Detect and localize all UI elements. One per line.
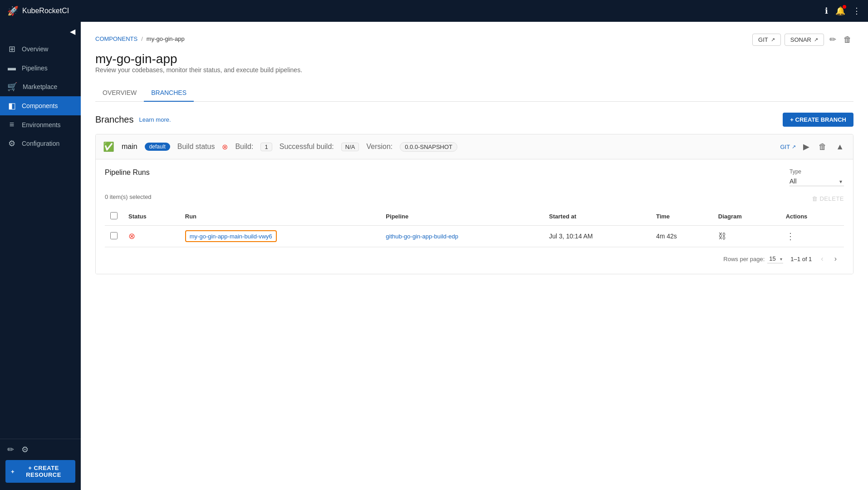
plus-icon: + bbox=[11, 468, 15, 475]
pipeline-runs-header: Pipeline Runs Type All Build Deploy bbox=[105, 168, 844, 186]
rocket-icon: 🚀 bbox=[7, 5, 19, 16]
sidebar-item-label: Environments bbox=[22, 121, 61, 129]
selected-count: 0 item(s) selected bbox=[105, 193, 152, 200]
delete-label: DELETE bbox=[819, 195, 844, 202]
app-body: ◀ ⊞ Overview ▬ Pipelines 🛒 Marketplace ◧… bbox=[0, 22, 868, 490]
learn-more-link[interactable]: Learn more. bbox=[139, 116, 171, 123]
next-page-button[interactable]: › bbox=[833, 253, 839, 265]
page-header-actions: GIT ↗ SONAR ↗ ✏ 🗑 bbox=[752, 33, 853, 46]
breadcrumb-components-link[interactable]: COMPONENTS bbox=[95, 35, 137, 42]
table-body: ⊗ my-go-gin-app-main-build-vwy6 github-g… bbox=[105, 226, 844, 247]
rows-per-page-label: Rows per page: bbox=[723, 256, 765, 262]
table-header: Status Run Pipeline Started at Time Diag… bbox=[105, 208, 844, 226]
sidebar-item-pipelines[interactable]: ▬ Pipelines bbox=[0, 59, 81, 77]
section-title-group: Branches Learn more. bbox=[95, 114, 171, 125]
sidebar-collapse-button[interactable]: ◀ bbox=[70, 27, 75, 36]
toolbar-row: 0 item(s) selected 🗑 DELETE bbox=[105, 193, 844, 204]
row-status-cell: ⊗ bbox=[123, 226, 180, 247]
create-resource-button[interactable]: + + CREATE RESOURCE bbox=[5, 460, 75, 483]
app-title: KubeRocketCI bbox=[22, 7, 69, 15]
type-select[interactable]: All Build Deploy bbox=[790, 177, 844, 186]
delete-component-button[interactable]: 🗑 bbox=[842, 33, 853, 46]
sidebar-item-environments[interactable]: ≡ Environments bbox=[0, 115, 81, 134]
row-pipeline-cell: github-go-gin-app-build-edp bbox=[380, 226, 544, 247]
create-resource-label: + CREATE RESOURCE bbox=[17, 465, 70, 478]
tabs: OVERVIEW BRANCHES bbox=[95, 84, 853, 102]
sidebar-item-configuration[interactable]: ⚙ Configuration bbox=[0, 134, 81, 153]
rows-per-page: Rows per page: 15 25 50 bbox=[723, 254, 783, 263]
info-button[interactable]: ℹ bbox=[825, 6, 828, 16]
time-value: 4m 42s bbox=[656, 233, 677, 240]
more-menu-button[interactable]: ⋮ bbox=[853, 6, 861, 16]
branches-section-header: Branches Learn more. + CREATE BRANCH bbox=[95, 113, 853, 127]
sidebar-item-overview[interactable]: ⊞ Overview bbox=[0, 40, 81, 59]
successful-build-value: N/A bbox=[341, 143, 359, 151]
type-label: Type bbox=[790, 168, 844, 175]
table-row: ⊗ my-go-gin-app-main-build-vwy6 github-g… bbox=[105, 226, 844, 247]
page-title: my-go-gin-app bbox=[95, 52, 853, 66]
breadcrumb: COMPONENTS / my-go-gin-app GIT ↗ SONAR ↗… bbox=[95, 31, 853, 46]
top-navigation: 🚀 KubeRocketCI ℹ 🔔 ⋮ bbox=[0, 0, 868, 22]
sidebar-item-components[interactable]: ◧ Components bbox=[0, 96, 81, 115]
git-button[interactable]: GIT ↗ bbox=[752, 34, 781, 46]
branch-card: ✅ main default Build status ⊗ Build: 1 S… bbox=[95, 134, 853, 274]
rows-per-page-select[interactable]: 15 25 50 bbox=[767, 254, 783, 263]
breadcrumb-separator: / bbox=[141, 35, 143, 42]
delete-icon: 🗑 bbox=[812, 195, 818, 202]
successful-build-label: Successful build: bbox=[280, 143, 334, 151]
branch-actions: GIT ↗ ▶ 🗑 ▲ bbox=[780, 140, 846, 153]
row-checkbox-cell bbox=[105, 226, 123, 247]
branch-git-link[interactable]: GIT ↗ bbox=[780, 144, 796, 150]
branch-expand-button[interactable]: ▲ bbox=[834, 140, 846, 153]
pipeline-table: Status Run Pipeline Started at Time Diag… bbox=[105, 208, 844, 247]
version-label: Version: bbox=[366, 143, 392, 151]
select-all-checkbox[interactable] bbox=[110, 212, 118, 219]
tab-branches[interactable]: BRANCHES bbox=[144, 84, 194, 102]
edit-component-button[interactable]: ✏ bbox=[828, 33, 838, 46]
sidebar-item-label: Configuration bbox=[22, 140, 59, 147]
notifications-button[interactable]: 🔔 bbox=[835, 6, 845, 16]
sidebar-item-marketplace[interactable]: 🛒 Marketplace bbox=[0, 77, 81, 96]
prev-page-button[interactable]: ‹ bbox=[819, 253, 825, 265]
diagram-icon[interactable]: ⛓ bbox=[718, 232, 726, 241]
sonar-button[interactable]: SONAR ↗ bbox=[785, 34, 824, 46]
app-logo: 🚀 KubeRocketCI bbox=[7, 5, 825, 16]
branch-name: main bbox=[122, 143, 137, 151]
top-nav-actions: ℹ 🔔 ⋮ bbox=[825, 6, 861, 16]
row-more-button[interactable]: ⋮ bbox=[786, 231, 795, 241]
row-diagram-cell: ⛓ bbox=[713, 226, 780, 247]
edit-icon[interactable]: ✏ bbox=[7, 445, 14, 455]
th-diagram: Diagram bbox=[713, 208, 780, 226]
branch-row: ✅ main default Build status ⊗ Build: 1 S… bbox=[96, 134, 853, 159]
row-started-at-cell: Jul 3, 10:14 AM bbox=[544, 226, 651, 247]
tab-overview[interactable]: OVERVIEW bbox=[95, 84, 144, 102]
branch-run-button[interactable]: ▶ bbox=[801, 140, 811, 153]
run-link[interactable]: my-go-gin-app-main-build-vwy6 bbox=[190, 233, 272, 240]
row-checkbox[interactable] bbox=[110, 232, 118, 239]
external-link-icon: ↗ bbox=[771, 37, 775, 43]
pipeline-runs-title: Pipeline Runs bbox=[105, 168, 150, 177]
external-link-icon: ↗ bbox=[814, 37, 818, 43]
branch-default-badge: default bbox=[145, 143, 170, 151]
branch-delete-button[interactable]: 🗑 bbox=[817, 140, 829, 153]
pipeline-link[interactable]: github-go-gin-app-build-edp bbox=[386, 233, 458, 240]
git-label: GIT bbox=[758, 36, 768, 43]
environments-icon: ≡ bbox=[7, 120, 16, 129]
delete-selected-button: 🗑 DELETE bbox=[812, 195, 844, 202]
components-icon: ◧ bbox=[7, 101, 16, 111]
page-info: 1–1 of 1 bbox=[790, 256, 812, 262]
th-time: Time bbox=[651, 208, 713, 226]
rows-select-wrapper: 15 25 50 bbox=[767, 254, 783, 263]
build-status-error-icon: ⊗ bbox=[222, 143, 228, 151]
branches-title: Branches bbox=[95, 114, 134, 125]
create-branch-button[interactable]: + CREATE BRANCH bbox=[783, 113, 853, 127]
row-status-icon: ⊗ bbox=[128, 232, 135, 241]
sidebar-bottom: ✏ ⚙ bbox=[0, 439, 81, 460]
row-run-cell: my-go-gin-app-main-build-vwy6 bbox=[180, 226, 381, 247]
sidebar-item-label: Overview bbox=[22, 45, 48, 53]
th-checkbox bbox=[105, 208, 123, 226]
settings-icon[interactable]: ⚙ bbox=[21, 445, 29, 455]
sidebar-item-label: Marketplace bbox=[23, 83, 57, 90]
pagination-row: Rows per page: 15 25 50 1–1 of 1 ‹ › bbox=[105, 247, 844, 267]
build-count-badge: 1 bbox=[260, 143, 272, 151]
